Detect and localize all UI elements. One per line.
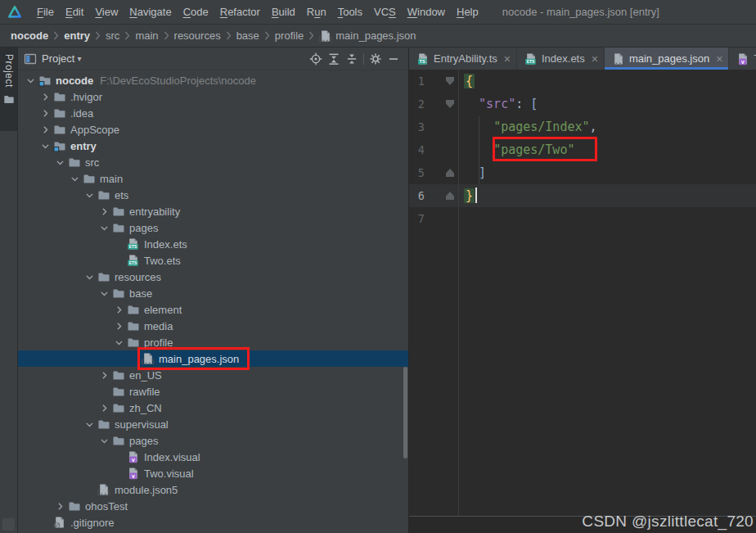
tree-item-label: Index.ets: [144, 238, 187, 251]
menu-vcs[interactable]: VCS: [368, 0, 402, 25]
tree-item-ets[interactable]: ets: [18, 187, 409, 203]
close-icon[interactable]: ×: [592, 53, 598, 65]
chevron-expanded-icon[interactable]: [83, 188, 95, 201]
chevron-collapsed-icon[interactable]: [113, 319, 124, 332]
menu-tools[interactable]: Tools: [332, 0, 368, 25]
breadcrumb-item-src[interactable]: src: [104, 29, 121, 42]
code-line-7[interactable]: 7: [409, 207, 756, 230]
tree-item-.gitignore[interactable]: .gitignore: [18, 514, 409, 531]
breadcrumb-item-nocode[interactable]: nocode: [9, 29, 50, 42]
chevron-expanded-icon[interactable]: [69, 172, 80, 185]
tree-item-main_pages.json[interactable]: {..}main_pages.json: [18, 350, 409, 367]
chevron-collapsed-icon[interactable]: [39, 106, 51, 120]
locate-icon[interactable]: [307, 50, 325, 68]
tab-main_pages.json[interactable]: {..}main_pages.json×: [605, 47, 729, 70]
tree-item-en_US[interactable]: en_US: [18, 367, 409, 383]
tab-Two[interactable]: vTwo: [729, 47, 756, 70]
chevron-down-icon[interactable]: ▾: [77, 54, 81, 63]
tree-item-zh_CN[interactable]: zh_CN: [18, 400, 409, 416]
menu-run[interactable]: Run: [301, 0, 332, 25]
code-editor[interactable]: 1{2 "src": [3 "pages/Index",4 "pages/Two…: [409, 70, 756, 516]
chevron-collapsed-icon[interactable]: [98, 205, 110, 218]
chevron-expanded-icon[interactable]: [39, 139, 51, 152]
tree-item-module.json5[interactable]: {..}module.json5: [18, 481, 409, 498]
tree-item-ohosTest[interactable]: ohosTest: [18, 498, 409, 514]
menu-window[interactable]: Window: [402, 0, 451, 25]
code-line-5[interactable]: 5 ]: [409, 161, 756, 184]
chevron-expanded-icon[interactable]: [98, 434, 110, 447]
tree-item-Index.ets[interactable]: ETSIndex.ets: [18, 236, 409, 252]
tool-strip-bottom-icon[interactable]: [2, 518, 15, 531]
chevron-expanded-icon[interactable]: [98, 221, 110, 234]
chevron-expanded-icon[interactable]: [83, 270, 95, 283]
breadcrumb-item-main[interactable]: main: [133, 29, 160, 42]
tree-item-entry[interactable]: entry: [18, 138, 409, 154]
menu-refactor[interactable]: Refactor: [214, 0, 266, 25]
chevron-collapsed-icon[interactable]: [113, 303, 124, 316]
menu-file[interactable]: File: [31, 0, 60, 25]
tree-item-src[interactable]: src: [18, 154, 409, 170]
menu-view[interactable]: View: [89, 0, 124, 25]
chevron-expanded-icon[interactable]: [113, 336, 124, 349]
breadcrumb-item-main_pages.json[interactable]: {..}main_pages.json: [317, 29, 417, 43]
chevron-collapsed-icon[interactable]: [39, 90, 51, 103]
tree-item-media[interactable]: media: [18, 318, 409, 334]
tree-item-nocode[interactable]: nocodeF:\DevEcoStudioProjects\nocode: [18, 72, 409, 88]
hide-icon[interactable]: [385, 50, 403, 68]
chevron-expanded-icon[interactable]: [83, 418, 95, 431]
menu-code[interactable]: Code: [178, 0, 214, 25]
menu-build[interactable]: Build: [266, 0, 301, 25]
tree-item-AppScope[interactable]: AppScope: [18, 121, 409, 138]
collapse-all-icon[interactable]: [343, 50, 361, 68]
tree-item-resources[interactable]: resources: [18, 269, 409, 285]
breadcrumb-item-entry[interactable]: entry: [62, 29, 92, 42]
code-line-3[interactable]: 3 "pages/Index",: [409, 115, 756, 138]
settings-icon[interactable]: [367, 50, 385, 68]
tree-item-pages[interactable]: pages: [18, 219, 409, 236]
close-icon[interactable]: ×: [716, 53, 722, 65]
breadcrumb-item-base[interactable]: base: [235, 29, 261, 42]
tree-item-element[interactable]: element: [18, 301, 409, 318]
chevron-expanded-icon[interactable]: [98, 287, 110, 300]
chevron-collapsed-icon[interactable]: [98, 368, 110, 382]
chevron-expanded-icon[interactable]: [54, 156, 65, 169]
tree-item-main[interactable]: main: [18, 170, 409, 187]
tree-item-profile[interactable]: profile: [18, 334, 409, 350]
code-line-2[interactable]: 2 "src": [: [409, 93, 756, 115]
tree-item-Two.visual[interactable]: vTwo.visual: [18, 465, 409, 481]
close-icon[interactable]: ×: [504, 53, 511, 65]
svg-text:ETS: ETS: [129, 260, 137, 265]
expand-all-icon[interactable]: [325, 50, 343, 68]
tree-item-.idea[interactable]: .idea: [18, 105, 409, 121]
code-line-4[interactable]: 4 "pages/Two": [409, 138, 756, 161]
chevron-expanded-icon[interactable]: [25, 74, 36, 87]
fold-marker-start-icon[interactable]: [446, 77, 454, 85]
menu-edit[interactable]: Edit: [60, 0, 89, 25]
tab-Index.ets[interactable]: ETSIndex.ets×: [517, 47, 605, 70]
menu-navigate[interactable]: Navigate: [124, 0, 177, 25]
breadcrumb-item-profile[interactable]: profile: [273, 29, 305, 42]
project-tool-window-button[interactable]: Project: [0, 47, 17, 131]
menu-help[interactable]: Help: [451, 0, 484, 25]
tree-scrollbar[interactable]: [403, 367, 407, 458]
tree-item-supervisual[interactable]: supervisual: [18, 416, 409, 432]
json-file-icon: {..}: [142, 352, 155, 365]
tree-item-entryability[interactable]: entryability: [18, 203, 409, 219]
tree-item-rawfile[interactable]: rawfile: [18, 383, 409, 400]
line-number: 5: [409, 161, 425, 184]
tree-item-pages[interactable]: pages: [18, 432, 409, 449]
fold-marker-end-icon[interactable]: [446, 192, 454, 200]
fold-marker-end-icon[interactable]: [446, 169, 454, 177]
fold-marker-start-icon[interactable]: [446, 100, 454, 108]
tree-item-Two.ets[interactable]: ETSTwo.ets: [18, 252, 409, 269]
chevron-collapsed-icon[interactable]: [54, 499, 65, 513]
breadcrumb-item-resources[interactable]: resources: [173, 29, 223, 42]
tree-item-.hvigor[interactable]: .hvigor: [18, 88, 409, 105]
tree-item-base[interactable]: base: [18, 285, 409, 301]
chevron-collapsed-icon[interactable]: [98, 401, 110, 414]
code-line-6[interactable]: 6}: [409, 184, 756, 207]
chevron-collapsed-icon[interactable]: [39, 123, 51, 136]
code-line-1[interactable]: 1{: [409, 70, 756, 93]
tree-item-Index.visual[interactable]: vIndex.visual: [18, 449, 409, 465]
tab-EntryAbility.ts[interactable]: TSEntryAbility.ts×: [409, 47, 517, 70]
